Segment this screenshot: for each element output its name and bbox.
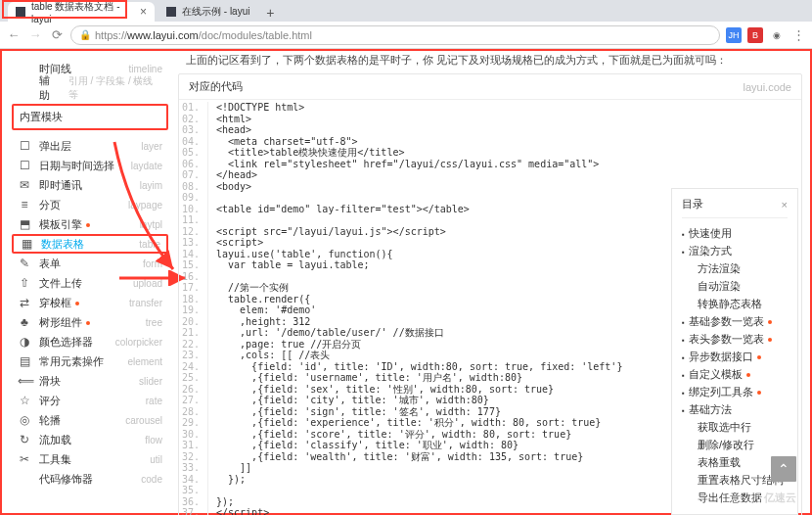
code-line: 02.<html> xyxy=(179,114,801,125)
menu-icon: ▦ xyxy=(20,237,33,251)
back-button[interactable]: ← xyxy=(6,27,22,43)
toc-item[interactable]: 方法渲染 xyxy=(682,259,788,277)
menu-icon: ↻ xyxy=(18,433,31,446)
toc-title: 目录 xyxy=(682,197,703,211)
sidebar-item-laypage[interactable]: ≡分页laypage xyxy=(12,195,168,214)
address-bar: ← → ⟳ 🔒 https://www.layui.com/doc/module… xyxy=(0,22,812,49)
menu-icon: ⟸ xyxy=(18,374,31,388)
browser-tab-active[interactable]: table 数据表格文档 - layui × xyxy=(8,2,155,22)
new-tab-button[interactable]: + xyxy=(261,4,279,22)
menu-icon: ✉ xyxy=(18,178,31,192)
menu-button[interactable]: ⋮ xyxy=(790,27,806,43)
code-brand: layui.code xyxy=(743,81,791,93)
code-line: 01.<!DOCTYPE html> xyxy=(179,102,801,114)
sidebar-item-form[interactable]: ✎表单form xyxy=(12,254,168,273)
reload-button[interactable]: ⟳ xyxy=(49,27,65,43)
menu-icon: ♣ xyxy=(18,315,31,329)
code-line: 05. <title>table模块快速使用</title> xyxy=(179,147,801,159)
page-content: 时间线timeline辅助引用 / 字段集 / 横线等 内置模块 ☐弹出层lay… xyxy=(0,49,812,515)
menu-icon: ◑ xyxy=(18,335,31,349)
sidebar-item[interactable]: 辅助引用 / 字段集 / 横线等 xyxy=(12,78,168,98)
sidebar-item-element[interactable]: ▤常用元素操作element xyxy=(12,351,168,371)
watermark: 亿速云 xyxy=(764,491,796,505)
menu-icon: ▤ xyxy=(18,354,31,368)
favicon-icon xyxy=(16,7,25,17)
favicon-icon xyxy=(166,7,176,17)
sidebar-item-carousel[interactable]: ◎轮播carousel xyxy=(12,410,168,430)
sidebar-item-transfer[interactable]: ⇄穿梭框transfer xyxy=(12,293,168,312)
sidebar-item-colorpicker[interactable]: ◑颜色选择器colorpicker xyxy=(12,332,168,351)
code-line: 03.<head> xyxy=(179,124,801,136)
browser-tabstrip: table 数据表格文档 - layui × 在线示例 - layui + xyxy=(0,0,812,22)
sidebar-item-slider[interactable]: ⟸滑块slider xyxy=(12,371,168,391)
menu-icon: ☐ xyxy=(18,139,31,153)
menu-icon: ◎ xyxy=(18,413,31,427)
extension-icon[interactable]: B xyxy=(747,27,763,43)
scroll-top-button[interactable]: ⌃ xyxy=(771,456,796,482)
toc-item[interactable]: 表头参数一览表 xyxy=(682,330,788,348)
sidebar-item-upload[interactable]: ⇧文件上传upload xyxy=(12,273,168,293)
intro-text: 上面的记区看到了，下两个数据表格的是平时子，你 见记下及对现场规格已的成为方式，… xyxy=(178,51,802,70)
menu-icon: ✎ xyxy=(18,257,31,270)
toc-item[interactable]: 删除/修改行 xyxy=(682,436,788,453)
url-input[interactable]: 🔒 https://www.layui.com/doc/modules/tabl… xyxy=(70,25,720,45)
toc-item[interactable]: 快速使用 xyxy=(682,224,788,242)
sidebar-item-rate[interactable]: ☆评分rate xyxy=(12,391,168,410)
toc-item[interactable]: 渲染方式 xyxy=(682,242,788,259)
sidebar-item-code[interactable]: 代码修饰器code xyxy=(12,469,168,489)
forward-button[interactable]: → xyxy=(27,27,43,43)
sidebar-group-header: 内置模块 xyxy=(12,104,168,130)
menu-icon: ⇄ xyxy=(18,296,31,309)
sidebar-item-laytpl[interactable]: ⬒模板引擎laytpl xyxy=(12,214,168,234)
sidebar-item-tree[interactable]: ♣树形组件tree xyxy=(12,312,168,332)
code-line: 06. <link rel="stylesheet" href="/layui/… xyxy=(179,159,801,170)
url-path: /doc/modules/table.html xyxy=(199,29,312,41)
lock-icon: 🔒 xyxy=(79,29,91,40)
tab-title: table 数据表格文档 - layui xyxy=(31,0,134,24)
sidebar-item-table[interactable]: ▦数据表格table xyxy=(12,234,168,254)
url-host: www.layui.com xyxy=(127,29,199,41)
sidebar: 时间线timeline辅助引用 / 字段集 / 横线等 内置模块 ☐弹出层lay… xyxy=(2,51,168,513)
extension-icon[interactable]: ◉ xyxy=(769,27,785,43)
url-scheme: https:// xyxy=(95,29,127,41)
code-title: 对应的代码 xyxy=(189,79,243,94)
sidebar-item-flow[interactable]: ↻流加载flow xyxy=(12,430,168,449)
tab-title: 在线示例 - layui xyxy=(182,5,249,19)
toc-item[interactable]: 获取选中行 xyxy=(682,418,788,436)
toc-item[interactable]: 自动渲染 xyxy=(682,277,788,295)
code-line: 04. <meta charset="utf-8"> xyxy=(179,136,801,148)
toc-item[interactable]: 绑定列工具条 xyxy=(682,383,788,400)
code-line: 07.</head> xyxy=(179,169,801,181)
browser-tab[interactable]: 在线示例 - layui xyxy=(158,2,257,22)
toc-item[interactable]: 自定义模板 xyxy=(682,365,788,383)
menu-icon: ⬒ xyxy=(18,217,31,231)
toc-item[interactable]: 基础参数一览表 xyxy=(682,312,788,330)
menu-icon: ≡ xyxy=(18,198,31,211)
sidebar-item-util[interactable]: ✂工具集util xyxy=(12,449,168,469)
sidebar-item-layim[interactable]: ✉即时通讯layim xyxy=(12,175,168,195)
menu-icon: ☐ xyxy=(18,159,31,172)
toc-item[interactable]: 基础方法 xyxy=(682,400,788,418)
menu-icon: ✂ xyxy=(18,452,31,466)
sidebar-item-laydate[interactable]: ☐日期与时间选择laydate xyxy=(12,156,168,175)
sidebar-item-layer[interactable]: ☐弹出层layer xyxy=(12,136,168,156)
close-icon[interactable]: × xyxy=(140,5,147,19)
code-header: 对应的代码 layui.code xyxy=(179,74,801,100)
menu-icon: ☆ xyxy=(18,394,31,407)
close-icon[interactable]: × xyxy=(782,199,788,211)
menu-icon: ⇧ xyxy=(18,276,31,290)
toc-item[interactable]: 异步数据接口 xyxy=(682,348,788,365)
toc-item[interactable]: 转换静态表格 xyxy=(682,295,788,312)
extension-icon[interactable]: JH xyxy=(726,27,742,43)
